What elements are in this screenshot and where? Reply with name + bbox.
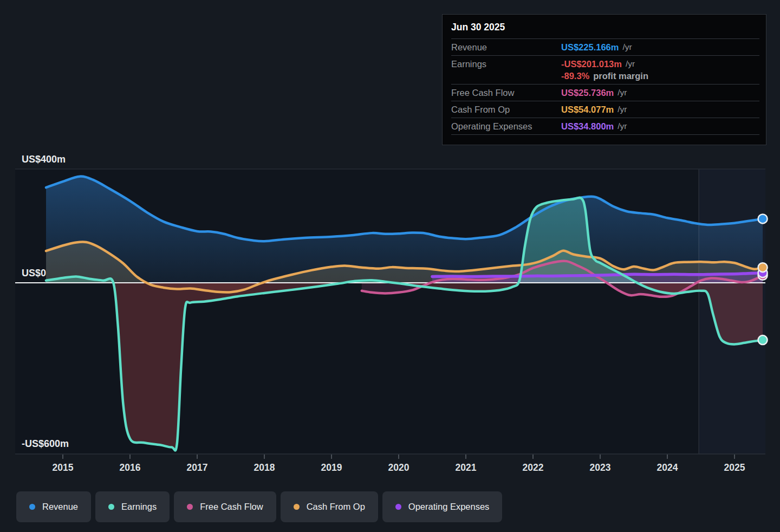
- series-end-marker-revenue: [758, 214, 768, 223]
- x-axis-label: 2020: [388, 462, 410, 473]
- tooltip-label: Operating Expenses: [451, 121, 561, 132]
- tooltip-row-revenue: Revenue US$225.166m /yr: [451, 39, 759, 56]
- legend-item-cash-from-op[interactable]: Cash From Op: [281, 491, 378, 522]
- tooltip-row-earnings: Earnings -US$201.013m /yr -89.3% profit …: [451, 56, 759, 85]
- tooltip-suffix: /yr: [626, 59, 635, 69]
- x-axis-label: 2021: [456, 462, 477, 473]
- cash-from-op-dot-icon: [294, 504, 300, 510]
- series-end-marker-cash-from-op: [758, 263, 768, 272]
- tooltip-label: Cash From Op: [451, 105, 561, 115]
- y-axis-label: -US$600m: [22, 438, 69, 449]
- tooltip-suffix: /yr: [618, 105, 627, 114]
- legend-item-earnings[interactable]: Earnings: [95, 491, 170, 522]
- x-axis-label: 2016: [120, 462, 141, 473]
- tooltip-suffix: /yr: [618, 121, 627, 131]
- tooltip-label: Free Cash Flow: [451, 88, 561, 98]
- x-axis-label: 2017: [187, 462, 208, 473]
- tooltip-label: Earnings: [451, 59, 561, 69]
- series-end-marker-earnings: [758, 335, 768, 345]
- x-axis-label: 2019: [321, 462, 342, 473]
- x-axis-label: 2024: [657, 462, 678, 473]
- legend-label: Operating Expenses: [408, 502, 490, 512]
- tooltip-value: US$25.736m: [561, 88, 614, 98]
- legend-item-free-cash-flow[interactable]: Free Cash Flow: [174, 491, 276, 522]
- x-axis-label: 2018: [254, 462, 275, 473]
- legend-label: Free Cash Flow: [200, 502, 263, 512]
- x-axis-label: 2023: [590, 462, 611, 473]
- tooltip-label: Revenue: [451, 42, 561, 53]
- tooltip-value: US$54.077m: [561, 105, 614, 115]
- tooltip-profit-margin-label: profit margin: [593, 71, 648, 81]
- legend-item-revenue[interactable]: Revenue: [16, 491, 91, 522]
- legend: Revenue Earnings Free Cash Flow Cash Fro…: [16, 491, 502, 522]
- tooltip-row-cash-from-op: Cash From Op US$54.077m /yr: [451, 101, 759, 118]
- tooltip-row-free-cash-flow: Free Cash Flow US$25.736m /yr: [451, 85, 759, 101]
- tooltip-value: US$225.166m: [561, 42, 619, 53]
- tooltip-profit-margin-value: -89.3%: [561, 71, 589, 81]
- legend-label: Revenue: [42, 502, 78, 512]
- tooltip-suffix: /yr: [618, 88, 627, 98]
- earnings-dot-icon: [108, 504, 114, 510]
- y-axis-label: US$0: [22, 268, 46, 278]
- legend-label: Cash From Op: [307, 502, 365, 512]
- operating-expenses-dot-icon: [395, 504, 401, 510]
- recent-period-highlight: [699, 169, 765, 454]
- chart-panel: 2015201620172018201920202021202220232024…: [0, 0, 780, 532]
- revenue-dot-icon: [29, 504, 35, 510]
- tooltip-suffix: /yr: [622, 42, 632, 52]
- tooltip-row-operating-expenses: Operating Expenses US$34.800m /yr: [451, 118, 759, 135]
- y-axis-label: US$400m: [22, 154, 66, 165]
- legend-item-operating-expenses[interactable]: Operating Expenses: [382, 491, 503, 522]
- chart-tooltip: Jun 30 2025 Revenue US$225.166m /yr Earn…: [442, 14, 766, 145]
- tooltip-date: Jun 30 2025: [451, 15, 759, 39]
- x-axis-label: 2015: [53, 462, 74, 473]
- tooltip-value: US$34.800m: [561, 121, 614, 132]
- x-axis-label: 2022: [523, 462, 544, 473]
- free-cash-flow-dot-icon: [187, 504, 193, 510]
- x-axis-label: 2025: [724, 462, 745, 473]
- tooltip-value: -US$201.013m: [561, 59, 622, 69]
- legend-label: Earnings: [121, 502, 157, 512]
